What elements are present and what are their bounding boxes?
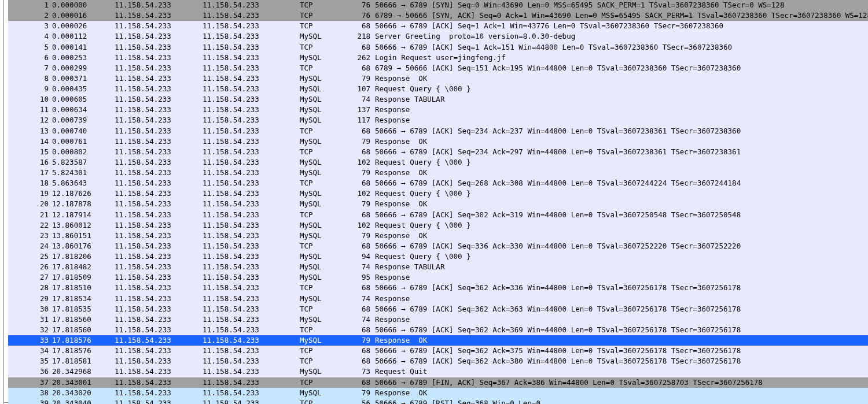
col-protocol: MySQL: [300, 188, 346, 199]
col-info: Response: [373, 294, 868, 304]
packet-row[interactable]: 175.82430111.158.54.23311.158.54.233MySQ…: [8, 168, 868, 178]
col-source: 11.158.54.233: [115, 147, 203, 157]
col-info: Response: [373, 272, 868, 283]
packet-row[interactable]: 60.00025311.158.54.23311.158.54.233MySQL…: [8, 53, 868, 63]
col-no: 12: [8, 115, 52, 125]
packet-row[interactable]: 2112.18791411.158.54.23311.158.54.233TCP…: [8, 210, 868, 220]
packet-row[interactable]: 3620.34296811.158.54.23311.158.54.233MyS…: [8, 366, 868, 377]
packet-row[interactable]: 1912.18762611.158.54.23311.158.54.233MyS…: [8, 188, 868, 199]
packet-row[interactable]: 3720.34300111.158.54.23311.158.54.233TCP…: [8, 377, 868, 388]
col-destination: 11.158.54.233: [203, 210, 300, 220]
col-info: 50666 → 6789 [ACK] Seq=302 Ack=319 Win=4…: [373, 210, 868, 220]
col-no: 2: [8, 10, 52, 21]
packet-row[interactable]: 3920.34304011.158.54.23311.158.54.233TCP…: [8, 398, 868, 404]
col-info: 6789 → 50666 [ACK] Seq=151 Ack=195 Win=4…: [373, 63, 868, 73]
col-destination: 11.158.54.233: [203, 366, 300, 377]
col-protocol: TCP: [300, 0, 346, 10]
col-info: Response OK: [373, 73, 868, 84]
col-length: 79: [346, 136, 373, 147]
col-info: 50666 → 6789 [ACK] Seq=362 Ack=380 Win=4…: [373, 356, 868, 366]
col-length: 137: [346, 105, 373, 115]
col-no: 27: [8, 272, 52, 283]
packet-row[interactable]: 80.00037111.158.54.23311.158.54.233MySQL…: [8, 73, 868, 84]
col-info: Request Query { \000 }: [373, 157, 868, 168]
packet-row[interactable]: 2313.86015111.158.54.23311.158.54.233MyS…: [8, 231, 868, 241]
packet-row[interactable]: 30.00002611.158.54.23311.158.54.233TCP68…: [8, 21, 868, 31]
col-length: 76: [346, 10, 373, 21]
col-destination: 11.158.54.233: [203, 21, 300, 31]
col-time: 17.818510: [52, 283, 115, 293]
col-destination: 11.158.54.233: [203, 136, 300, 147]
packet-row[interactable]: 3820.34302011.158.54.23311.158.54.233MyS…: [8, 388, 868, 398]
packet-row[interactable]: 165.82358711.158.54.23311.158.54.233MySQ…: [8, 157, 868, 168]
packet-row[interactable]: 2617.81848211.158.54.23311.158.54.233MyS…: [8, 262, 868, 272]
col-time: 12.187914: [52, 210, 115, 220]
packet-list[interactable]: 10.00000011.158.54.23311.158.54.233TCP76…: [0, 0, 868, 404]
col-time: 17.818535: [52, 304, 115, 314]
packet-row[interactable]: 10.00000011.158.54.23311.158.54.233TCP76…: [8, 0, 868, 10]
col-protocol: MySQL: [300, 53, 346, 63]
packet-row[interactable]: 50.00014111.158.54.23311.158.54.233TCP68…: [8, 42, 868, 53]
packet-row[interactable]: 2817.81851011.158.54.23311.158.54.233TCP…: [8, 283, 868, 293]
packet-row[interactable]: 3317.81857611.158.54.23311.158.54.233MyS…: [8, 335, 868, 346]
packet-row[interactable]: 2917.81853411.158.54.23311.158.54.233MyS…: [8, 294, 868, 304]
packet-row[interactable]: 2012.18787811.158.54.23311.158.54.233MyS…: [8, 199, 868, 209]
col-destination: 11.158.54.233: [203, 53, 300, 63]
packet-row[interactable]: 100.00060511.158.54.23311.158.54.233MySQ…: [8, 94, 868, 105]
packet-row[interactable]: 2213.86001211.158.54.23311.158.54.233MyS…: [8, 220, 868, 231]
packet-row[interactable]: 3217.81856011.158.54.23311.158.54.233TCP…: [8, 325, 868, 335]
col-length: 68: [346, 283, 373, 293]
packet-row[interactable]: 3117.81856011.158.54.23311.158.54.233MyS…: [8, 314, 868, 325]
col-length: 68: [346, 377, 373, 388]
col-length: 56: [346, 398, 373, 404]
col-protocol: MySQL: [300, 105, 346, 115]
col-protocol: MySQL: [300, 73, 346, 84]
packet-row[interactable]: 40.00011211.158.54.23311.158.54.233MySQL…: [8, 31, 868, 42]
packet-row[interactable]: 185.86364311.158.54.23311.158.54.233TCP6…: [8, 178, 868, 188]
packet-row[interactable]: 120.00073911.158.54.23311.158.54.233MySQ…: [8, 115, 868, 125]
packet-row[interactable]: 130.00074011.158.54.23311.158.54.233TCP6…: [8, 126, 868, 136]
col-info: Response TABULAR: [373, 262, 868, 272]
col-length: 107: [346, 84, 373, 94]
col-no: 9: [8, 84, 52, 94]
col-info: Response OK: [373, 136, 868, 147]
col-protocol: MySQL: [300, 168, 346, 178]
packet-row[interactable]: 2517.81820611.158.54.23311.158.54.233MyS…: [8, 251, 868, 262]
packet-row[interactable]: 2413.86017611.158.54.23311.158.54.233TCP…: [8, 241, 868, 251]
col-length: 79: [346, 231, 373, 241]
col-length: 79: [346, 388, 373, 398]
packet-row[interactable]: 70.00029911.158.54.23311.158.54.233TCP68…: [8, 63, 868, 73]
col-protocol: MySQL: [300, 272, 346, 283]
col-no: 26: [8, 262, 52, 272]
col-source: 11.158.54.233: [115, 53, 203, 63]
packet-row[interactable]: 90.00043511.158.54.23311.158.54.233MySQL…: [8, 84, 868, 94]
packet-row[interactable]: 110.00063411.158.54.23311.158.54.233MySQ…: [8, 105, 868, 115]
packet-row[interactable]: 150.00080211.158.54.23311.158.54.233TCP6…: [8, 147, 868, 157]
col-length: 79: [346, 199, 373, 209]
col-no: 35: [8, 356, 52, 366]
col-destination: 11.158.54.233: [203, 241, 300, 251]
col-time: 13.860176: [52, 241, 115, 251]
col-destination: 11.158.54.233: [203, 398, 300, 404]
col-no: 6: [8, 53, 52, 63]
col-protocol: TCP: [300, 304, 346, 314]
col-info: 50666 → 6789 [ACK] Seq=362 Ack=363 Win=4…: [373, 304, 868, 314]
col-destination: 11.158.54.233: [203, 115, 300, 125]
col-length: 68: [346, 210, 373, 220]
col-destination: 11.158.54.233: [203, 283, 300, 293]
packet-row[interactable]: 3417.81857611.158.54.23311.158.54.233TCP…: [8, 346, 868, 356]
col-source: 11.158.54.233: [115, 126, 203, 136]
packet-row[interactable]: 20.00001611.158.54.23311.158.54.233TCP76…: [8, 10, 868, 21]
col-length: 68: [346, 325, 373, 335]
col-info: Response: [373, 314, 868, 325]
col-length: 68: [346, 21, 373, 31]
packet-row[interactable]: 2717.81850911.158.54.23311.158.54.233MyS…: [8, 272, 868, 283]
packet-row[interactable]: 3017.81853511.158.54.23311.158.54.233TCP…: [8, 304, 868, 314]
packet-row[interactable]: 3517.81858111.158.54.23311.158.54.233TCP…: [8, 356, 868, 366]
col-time: 17.818509: [52, 272, 115, 283]
col-info: 50666 → 6789 [ACK] Seq=362 Ack=375 Win=4…: [373, 346, 868, 356]
col-no: 31: [8, 314, 52, 325]
col-length: 68: [346, 42, 373, 53]
col-no: 10: [8, 94, 52, 105]
packet-row[interactable]: 140.00076111.158.54.23311.158.54.233MySQ…: [8, 136, 868, 147]
